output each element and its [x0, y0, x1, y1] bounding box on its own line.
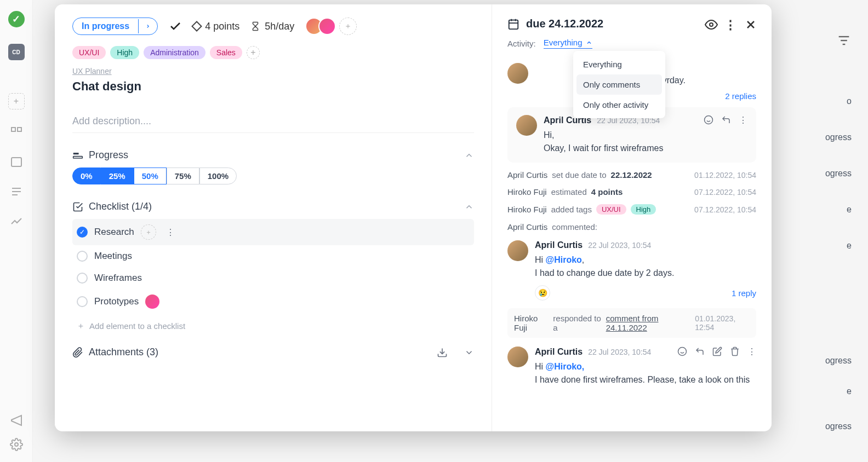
checklist-item[interactable]: Wireframes — [72, 267, 474, 289]
log-action: added tags — [551, 205, 592, 214]
nav-icon-2[interactable] — [10, 155, 23, 169]
tag-admin[interactable]: Administration — [144, 46, 205, 59]
comment: April Curtis 22 Jul 2023, 10:54 Hi @Hiro… — [507, 240, 756, 301]
announce-icon[interactable] — [10, 414, 23, 427]
checklist-label: Checklist (1/4) — [89, 201, 459, 212]
log-action: set due date to — [552, 170, 606, 180]
emoji-icon[interactable] — [677, 347, 687, 357]
avatar[interactable] — [318, 18, 336, 35]
progress-segments[interactable]: 0% 25% 50% 75% 100% — [72, 168, 474, 184]
watch-icon[interactable] — [705, 18, 717, 30]
reply-icon[interactable] — [695, 347, 705, 357]
time-meta[interactable]: 5h/day — [250, 20, 294, 32]
filter-option-other[interactable]: Only other activity — [576, 95, 662, 115]
comment: April Curtis 22 Jul 2023, 10:54 ⋮ Hi, Ok… — [516, 115, 747, 155]
description-input[interactable]: Add description.... — [72, 116, 474, 133]
add-tag-button[interactable]: + — [247, 46, 260, 59]
mention[interactable]: @Hiroko, — [546, 362, 585, 371]
due-label: due 24.12.2022 — [526, 18, 603, 30]
task-title[interactable]: Chat design — [72, 79, 474, 94]
complete-icon[interactable] — [169, 20, 182, 33]
nav-icon-4[interactable] — [10, 215, 23, 228]
chevron-up-icon[interactable] — [464, 202, 474, 212]
checkbox-icon[interactable] — [77, 251, 88, 262]
checklist-item[interactable]: Meetings — [72, 245, 474, 267]
checklist-item-label: Wireframes — [94, 273, 142, 284]
svg-rect-0 — [12, 128, 15, 131]
checkbox-icon[interactable] — [77, 296, 88, 307]
tag-high[interactable]: High — [110, 46, 139, 59]
filter-option-everything[interactable]: Everything — [576, 54, 662, 74]
log-link[interactable]: comment from 24.11.2022 — [606, 314, 691, 332]
more-icon[interactable]: ⋮ — [724, 18, 736, 30]
tag-ux[interactable]: UX/UI — [72, 46, 106, 59]
reaction[interactable]: 😢 — [535, 285, 550, 301]
bg-text: ogress — [825, 356, 852, 366]
comment-author: April Curtis — [535, 347, 583, 357]
add-assignee-button[interactable]: ＋ — [339, 18, 357, 35]
download-icon[interactable] — [437, 347, 448, 358]
progress-50[interactable]: 50% — [134, 168, 167, 184]
due-date[interactable]: due 24.12.2022 — [507, 18, 697, 30]
checkbox-icon[interactable] — [77, 273, 88, 284]
points-meta[interactable]: 4 points — [193, 21, 239, 32]
progress-100[interactable]: 100% — [199, 168, 237, 184]
svg-point-16 — [705, 116, 713, 124]
reply-icon[interactable] — [721, 115, 731, 125]
attachment-icon — [72, 347, 83, 358]
avatar[interactable] — [507, 240, 528, 261]
log-timestamp: 01.01.2023, 12:54 — [695, 314, 750, 332]
replies-link[interactable]: 1 reply — [732, 288, 756, 298]
filter-option-comments[interactable]: Only comments — [576, 74, 662, 95]
chevron-up-icon[interactable] — [464, 151, 474, 160]
nav-icon-3[interactable] — [10, 185, 23, 198]
hourglass-icon — [250, 20, 260, 32]
chevron-right-icon[interactable] — [138, 19, 157, 33]
more-icon[interactable]: ⋮ — [166, 227, 174, 238]
bg-text: e — [847, 386, 852, 396]
close-icon[interactable] — [744, 18, 756, 30]
checklist-item-label: Research — [94, 227, 134, 238]
svg-rect-9 — [509, 20, 518, 28]
avatar[interactable] — [507, 347, 528, 367]
emoji-icon[interactable] — [704, 115, 713, 125]
time-label: 5h/day — [265, 21, 294, 32]
nav-icon-1[interactable] — [10, 126, 23, 139]
avatar[interactable] — [507, 63, 528, 84]
progress-25[interactable]: 25% — [101, 168, 134, 184]
more-icon[interactable]: ⋮ — [739, 115, 747, 125]
assign-button[interactable]: ＋ — [141, 224, 156, 240]
bg-text: ogress — [825, 169, 852, 178]
checklist-item[interactable]: ✓ Research ＋ ⋮ — [72, 219, 474, 245]
assignees[interactable]: ＋ — [305, 18, 357, 35]
avatar[interactable] — [516, 115, 537, 136]
app-logo[interactable]: ✓ — [8, 11, 25, 27]
more-icon[interactable]: ⋮ — [747, 347, 756, 357]
bg-text: ogress — [825, 132, 852, 142]
log-timestamp: 07.12.2022, 10:54 — [694, 188, 756, 197]
delete-icon[interactable] — [730, 347, 740, 357]
checklist-item[interactable]: Prototypes — [72, 289, 474, 314]
progress-75[interactable]: 75% — [167, 168, 199, 184]
tag-sales[interactable]: Sales — [210, 46, 242, 59]
svg-point-3 — [15, 443, 18, 446]
activity-filter-selector[interactable]: Everything — [544, 38, 592, 49]
progress-0[interactable]: 0% — [72, 168, 101, 184]
activity-label: Activity: — [507, 39, 536, 48]
add-workspace-button[interactable]: + — [8, 93, 25, 109]
mention[interactable]: @Hiroko — [546, 255, 582, 264]
breadcrumb[interactable]: UX Planner — [72, 67, 112, 76]
status-selector[interactable]: In progress — [72, 18, 158, 35]
edit-icon[interactable] — [712, 347, 722, 357]
add-checklist-item[interactable]: ＋ Add element to a checklist — [72, 316, 474, 336]
settings-icon[interactable] — [10, 438, 23, 451]
comment-text: I have done first wireframes. Please, ta… — [535, 373, 756, 386]
filter-icon[interactable] — [836, 33, 852, 48]
avatar[interactable] — [145, 294, 159, 309]
log-actor: Hiroko Fuji — [507, 205, 547, 214]
log-tag: UX/UI — [596, 204, 626, 215]
workspace-badge[interactable]: CD — [8, 44, 25, 60]
chevron-down-icon[interactable] — [464, 348, 474, 357]
checkbox-checked-icon[interactable]: ✓ — [77, 227, 88, 238]
svg-point-17 — [678, 348, 687, 356]
